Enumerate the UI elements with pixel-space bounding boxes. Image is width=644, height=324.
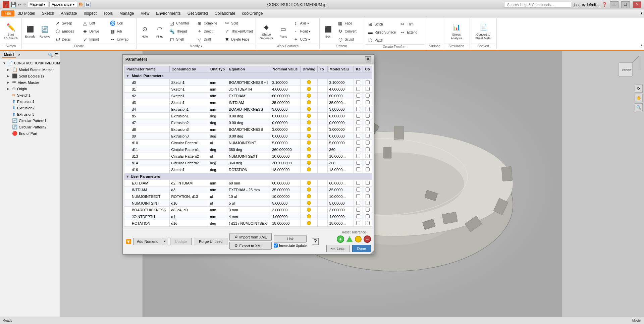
tol-add-button[interactable]: + bbox=[337, 235, 344, 243]
equation-input[interactable] bbox=[229, 148, 268, 152]
equation-input[interactable] bbox=[229, 87, 268, 91]
equation-input[interactable] bbox=[229, 80, 268, 85]
tol-triangle-button[interactable] bbox=[346, 236, 353, 242]
tol-yellow-button[interactable] bbox=[355, 236, 362, 242]
table-row[interactable]: d3Sketch1mm35.00000035.0000... bbox=[124, 99, 372, 106]
table-row[interactable]: d9Extrusion3deg0.0000000.000000 bbox=[124, 133, 372, 140]
menu-collaborate[interactable]: Collaborate bbox=[211, 10, 238, 16]
menu-coolorange[interactable]: coolOrange bbox=[238, 10, 266, 16]
search-box[interactable]: Search Help & Commands... bbox=[504, 2, 571, 8]
material-dropdown[interactable]: Material ▾ bbox=[27, 2, 48, 7]
fx-icon[interactable]: fx bbox=[85, 2, 91, 7]
co-checkbox[interactable] bbox=[366, 147, 370, 151]
table-row[interactable]: d13Circular Pattern2ul10.00000010.0000..… bbox=[124, 153, 372, 160]
thread-button[interactable]: 🔩Thread bbox=[167, 27, 194, 35]
equation-input[interactable] bbox=[229, 114, 268, 118]
table-row[interactable]: d10Circular Pattern1ul5.0000005.000000 bbox=[124, 140, 372, 146]
hole-button[interactable]: ⊙ Hole bbox=[138, 23, 152, 40]
param-equation[interactable] bbox=[227, 166, 270, 173]
co-checkbox[interactable] bbox=[366, 80, 370, 84]
quick-undo[interactable]: ↩ bbox=[18, 2, 21, 7]
less-button[interactable]: << Less bbox=[326, 245, 350, 252]
coil-button[interactable]: 🌀Coil bbox=[108, 19, 135, 27]
trim-button[interactable]: ✂Trim bbox=[398, 20, 425, 28]
user-menu[interactable]: jsuarezdefreit... bbox=[574, 3, 599, 7]
co-checkbox[interactable] bbox=[366, 194, 370, 198]
ke-checkbox[interactable] bbox=[356, 214, 360, 218]
table-row[interactable]: d0Sketch1mm3.1000003.100000 bbox=[124, 79, 372, 86]
param-equation[interactable] bbox=[227, 119, 270, 126]
ke-checkbox[interactable] bbox=[356, 100, 360, 104]
table-row[interactable]: d4Extrusion1mm3.0000003.000000 bbox=[124, 106, 372, 113]
tree-expand-view[interactable]: ▶ bbox=[7, 80, 11, 84]
tree-expand-origin[interactable]: ▶ bbox=[7, 87, 11, 91]
equation-input[interactable] bbox=[229, 221, 268, 225]
update-button[interactable]: Update bbox=[170, 238, 192, 245]
co-checkbox[interactable] bbox=[366, 127, 370, 131]
ke-checkbox[interactable] bbox=[356, 167, 360, 171]
menu-tools[interactable]: Tools bbox=[100, 10, 116, 16]
draft-button[interactable]: ▽Draft bbox=[195, 35, 222, 43]
tree-item-sketch1[interactable]: ▶ ✏ Sketch1 bbox=[0, 92, 60, 98]
param-equation[interactable] bbox=[227, 193, 270, 200]
param-equation[interactable] bbox=[227, 93, 270, 99]
co-checkbox[interactable] bbox=[366, 181, 370, 185]
extend-button[interactable]: ↔Extend bbox=[398, 28, 425, 36]
sculpt-button[interactable]: ◌Sculpt bbox=[336, 35, 363, 43]
ke-checkbox[interactable] bbox=[356, 87, 360, 91]
tree-expand-ms[interactable]: ▶ bbox=[7, 68, 11, 71]
param-equation[interactable] bbox=[227, 99, 270, 106]
tree-expand-sb[interactable]: ▶ bbox=[7, 74, 11, 78]
tree-options-icon[interactable]: ☰ bbox=[54, 53, 58, 57]
co-checkbox[interactable] bbox=[366, 167, 370, 171]
menu-environments[interactable]: Environments bbox=[153, 10, 184, 16]
param-equation[interactable] bbox=[227, 126, 270, 133]
co-checkbox[interactable] bbox=[366, 134, 370, 138]
menu-view[interactable]: View bbox=[138, 10, 153, 16]
param-equation[interactable] bbox=[227, 213, 270, 220]
table-row[interactable]: NUMJOINTSINTd10ul5.0000005.000000 bbox=[124, 200, 372, 207]
resize-handle[interactable] bbox=[370, 250, 374, 254]
tree-item-extrusion3[interactable]: ▶ ⬆ Extrusion3 bbox=[0, 111, 60, 117]
shell-button[interactable]: ◻Shell bbox=[167, 35, 194, 43]
param-equation[interactable] bbox=[227, 113, 270, 119]
equation-input[interactable] bbox=[229, 154, 268, 158]
menu-sketch[interactable]: Sketch bbox=[39, 10, 58, 16]
ruled-surface-button[interactable]: ▬Ruled Surface bbox=[366, 28, 397, 36]
dialog-close-button[interactable]: ✕ bbox=[365, 56, 371, 62]
param-equation[interactable] bbox=[227, 146, 270, 153]
ucs-button[interactable]: ⌖UCS ▾ bbox=[291, 35, 318, 43]
viewport[interactable]: FRONT ⟳ ✋ 🔍 Parameters ✕ bbox=[60, 51, 644, 317]
extrude-button[interactable]: ⬛ Extrude bbox=[23, 23, 37, 40]
table-row[interactable]: d11Circular Pattern1deg360.000000360.... bbox=[124, 146, 372, 153]
menu-annotate[interactable]: Annotate bbox=[57, 10, 80, 16]
ke-checkbox[interactable] bbox=[356, 154, 360, 158]
start-sketch-button[interactable]: ✏️ Start2D Sketch bbox=[2, 21, 19, 41]
stitch-button[interactable]: ⊞Stitch bbox=[366, 20, 397, 28]
appearance-dropdown[interactable]: Appearance ▾ bbox=[49, 2, 77, 7]
co-checkbox[interactable] bbox=[366, 187, 370, 192]
ke-checkbox[interactable] bbox=[356, 141, 360, 145]
table-row[interactable]: BOARDTHICKNESSd8, d4, d0mm3.0000003.0000… bbox=[124, 207, 372, 213]
param-equation[interactable] bbox=[227, 106, 270, 113]
help-icon[interactable]: ❓ bbox=[602, 2, 607, 7]
co-checkbox[interactable] bbox=[366, 201, 370, 205]
direct-button[interactable]: ⌖Direct bbox=[195, 27, 222, 35]
tree-item-modelstates[interactable]: ▶ 📋 Model States: Master bbox=[0, 66, 60, 73]
combine-button[interactable]: ⊕Combine bbox=[195, 19, 222, 27]
minimize-button[interactable]: — bbox=[610, 1, 619, 8]
param-equation[interactable] bbox=[227, 133, 270, 140]
equation-input[interactable] bbox=[229, 107, 268, 111]
param-equation[interactable] bbox=[227, 180, 270, 186]
model-tab[interactable]: Model bbox=[2, 52, 16, 58]
ke-checkbox[interactable] bbox=[356, 181, 360, 185]
filter-icon[interactable]: 🔽 bbox=[125, 239, 131, 244]
ke-checkbox[interactable] bbox=[356, 107, 360, 111]
restore-button[interactable]: ❐ bbox=[621, 1, 630, 8]
table-row[interactable]: d14Circular Pattern2deg360.000000360.... bbox=[124, 160, 372, 166]
co-checkbox[interactable] bbox=[366, 208, 370, 212]
stress-analysis-button[interactable]: 📊 StressAnalysis bbox=[447, 21, 466, 41]
equation-input[interactable] bbox=[229, 121, 268, 125]
equation-input[interactable] bbox=[229, 161, 268, 165]
patch-button[interactable]: ⬡Patch bbox=[366, 36, 397, 44]
